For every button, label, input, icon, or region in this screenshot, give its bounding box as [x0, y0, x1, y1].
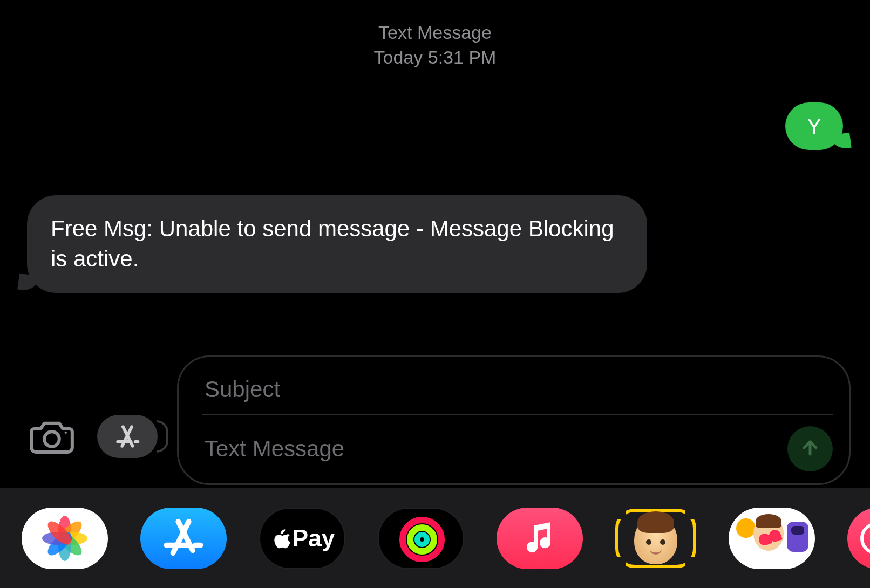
photos-icon	[46, 520, 83, 557]
message-row-outgoing: Y	[27, 102, 843, 150]
animoji-face-icon	[634, 512, 677, 564]
tray-apple-pay-app[interactable]: Pay	[259, 508, 345, 569]
arrow-up-icon	[799, 437, 821, 461]
app-store-a-icon	[97, 415, 158, 458]
message-timestamp: Today 5:31 PM	[27, 45, 843, 70]
tray-photos-app[interactable]	[22, 508, 108, 569]
compose-field[interactable]	[177, 355, 851, 485]
tray-activity-app[interactable]	[378, 508, 464, 569]
apple-pay-label: Pay	[293, 525, 335, 552]
tray-memoji-stickers-app[interactable]	[729, 508, 815, 569]
svg-point-1	[65, 432, 67, 434]
tray-music-app[interactable]	[497, 508, 583, 569]
tray-appstore-app[interactable]	[140, 508, 227, 569]
apps-drawer-edge-icon	[157, 420, 168, 453]
message-row-incoming: Free Msg: Unable to send message - Messa…	[27, 182, 843, 293]
tray-next-app-partial[interactable]	[847, 508, 870, 569]
svg-point-0	[44, 432, 59, 447]
compose-side-buttons	[25, 415, 160, 485]
camera-button[interactable]	[25, 415, 79, 458]
timestamp-header: Text Message Today 5:31 PM	[27, 20, 843, 70]
outgoing-message-bubble[interactable]: Y	[785, 102, 843, 150]
imessage-apps-button[interactable]	[95, 415, 160, 458]
compose-bar	[0, 332, 870, 488]
tray-animoji-app[interactable]	[615, 509, 696, 568]
send-button[interactable]	[787, 426, 833, 471]
music-note-icon	[522, 520, 557, 557]
subject-input[interactable]	[202, 369, 833, 415]
apple-pay-icon: Pay	[270, 525, 335, 552]
incoming-message-text: Free Msg: Unable to send message - Messa…	[51, 216, 614, 272]
message-body-input[interactable]	[202, 430, 781, 467]
camera-icon	[29, 416, 75, 457]
outgoing-message-text: Y	[807, 114, 821, 138]
imessage-app-tray[interactable]: Pay	[0, 488, 870, 588]
message-type-label: Text Message	[27, 20, 843, 45]
app-store-icon	[162, 516, 205, 560]
incoming-message-bubble[interactable]: Free Msg: Unable to send message - Messa…	[27, 195, 647, 293]
